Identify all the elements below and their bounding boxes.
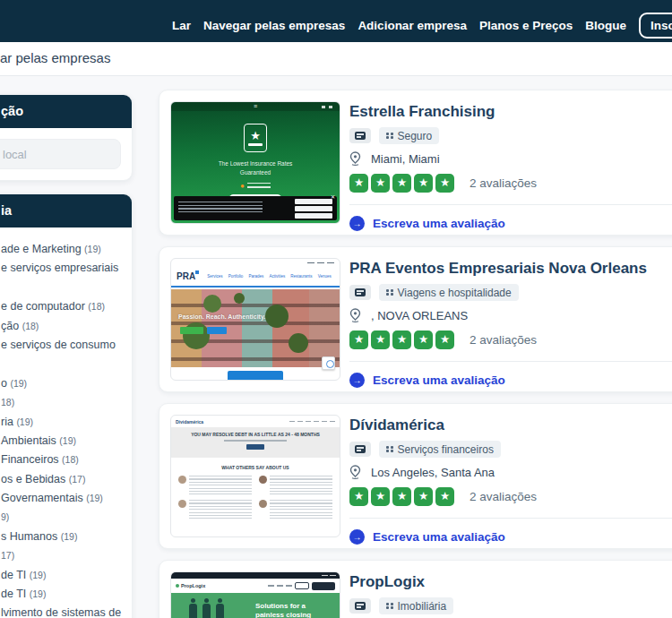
cookie-banner: ✕ — [174, 196, 337, 220]
location-pin-icon — [349, 465, 361, 479]
category-item-label: Financeiros — [1, 453, 62, 466]
signup-button[interactable]: Inscrever-se — [639, 13, 672, 39]
location-filter-title: ção — [0, 95, 132, 128]
nav-item-4[interactable]: Blogue — [585, 19, 626, 32]
category-item[interactable]: os e Bebidas (17) — [0, 468, 132, 487]
category-item[interactable]: Governamentais (19) — [0, 487, 132, 506]
listing-thumbnail[interactable]: ≡ ★ The Lowest Insurance Rates Guarantee… — [170, 101, 340, 224]
avatar — [178, 476, 186, 484]
write-review-link[interactable]: → Escreva uma avaliação — [349, 529, 672, 545]
listing-location: Los Angeles, Santa Ana — [349, 465, 672, 479]
category-item-count: (19) — [61, 531, 78, 542]
category-item[interactable]: de TI (19) — [0, 583, 132, 602]
star-rating: ★★★★★ 2 avaliações — [349, 487, 672, 506]
listing-thumbnail[interactable]: PRA ServicesPortfolioParadesActivitiesRe… — [170, 258, 340, 381]
category-item-count: (19) — [86, 493, 103, 503]
thumb-photo: Passion. Reach. Authenticity. — [171, 289, 340, 367]
nav-item-1[interactable]: Navegar pelas empresas — [203, 19, 345, 32]
top-nav: LarNavegar pelas empresasAdicionar empre… — [0, 0, 672, 42]
thumb-cta-button — [228, 371, 283, 381]
category-item-count: 17) — [1, 550, 14, 561]
category-chip[interactable]: Serviços financeiros — [379, 441, 501, 458]
category-item[interactable]: e serviços de consumo — [0, 334, 132, 353]
close-icon: ✕ — [331, 194, 335, 200]
location-pin-icon — [349, 308, 361, 322]
listing-card[interactable]: PropLogix Solutions for a painless closi… — [159, 560, 672, 618]
avatar — [178, 500, 186, 508]
listing-location: Miami, Miami — [349, 151, 672, 166]
category-item[interactable]: o (19) — [0, 373, 132, 391]
category-item-label: lvimento de sistemas de — [1, 606, 121, 618]
category-filter-card: ia ade e Marketing (19)e serviços empres… — [0, 193, 133, 618]
arrow-icon: → — [349, 373, 365, 388]
category-chip[interactable]: Viagens e hospitalidade — [379, 284, 519, 301]
top-nav-items: LarNavegar pelas empresasAdicionar empre… — [172, 19, 626, 32]
avatar — [259, 500, 267, 508]
pra-logo: PRA — [177, 271, 195, 281]
listing-card[interactable]: PRA ServicesPortfolioParadesActivitiesRe… — [159, 246, 672, 392]
nav-item-0[interactable]: Lar — [172, 19, 191, 32]
category-item[interactable]: Financeiros (18) — [0, 449, 132, 468]
category-item-label: o — [1, 377, 10, 390]
listing-card[interactable]: Dívidamérica YOU MAY RESOLVE DEBT IN AS … — [159, 403, 672, 549]
business-card-icon — [349, 442, 371, 457]
category-item-label: e serviços de consumo — [1, 339, 116, 351]
listing-title[interactable]: PropLogix — [349, 573, 672, 591]
nav-item-3[interactable]: Planos e Preços — [479, 19, 573, 32]
category-chip[interactable]: Seguro — [379, 127, 439, 144]
review-count: 2 avaliações — [470, 176, 537, 190]
listing-title[interactable]: Dívidamérica — [349, 416, 672, 434]
listing-title[interactable]: Estrella Franchising — [349, 103, 672, 121]
listing-location: , NOVA ORLEANS — [349, 308, 672, 322]
category-item[interactable]: s Humanos (19) — [0, 526, 132, 545]
estrella-logo: ★ — [244, 124, 267, 152]
location-filter-card: ção — [0, 94, 133, 181]
pra-nav-link: Portfolio — [228, 274, 244, 279]
arrow-icon: → — [349, 529, 365, 545]
write-review-link[interactable]: → Escreva uma avaliação — [349, 216, 672, 231]
listing-card[interactable]: ≡ ★ The Lowest Insurance Rates Guarantee… — [159, 90, 672, 236]
review-count: 2 avaliações — [470, 490, 537, 503]
category-item[interactable]: ria (19) — [0, 411, 132, 430]
category-item[interactable]: lvimento de sistemas de — [0, 602, 132, 618]
category-item[interactable]: ade e Marketing (19) — [0, 238, 132, 257]
listing-thumbnail[interactable]: Dívidamérica YOU MAY RESOLVE DEBT IN AS … — [170, 415, 340, 537]
listing-thumbnail[interactable]: PropLogix Solutions for a painless closi… — [170, 571, 340, 618]
page-title: ar pelas empresas — [0, 50, 110, 65]
grid-icon — [386, 603, 393, 610]
category-item-count: (17) — [69, 474, 86, 485]
nav-item-2[interactable]: Adicionar empresa — [358, 19, 467, 32]
location-pin-icon — [349, 151, 361, 166]
category-item — [0, 353, 132, 372]
thumb-tagline: The Lowest Insurance Rates Guaranteed — [171, 159, 340, 177]
category-item-label: ção — [1, 320, 22, 332]
category-item[interactable]: ção (18) — [0, 315, 132, 334]
category-item[interactable]: e serviços empresariais — [0, 257, 132, 276]
category-item[interactable]: 17) — [0, 545, 132, 563]
category-item-count: (18) — [62, 454, 79, 465]
category-item[interactable]: de TI (19) — [0, 564, 132, 583]
review-count: 2 avaliações — [470, 333, 537, 347]
category-item[interactable]: 9) — [0, 506, 132, 525]
content-area: ção ia ade e Marketing (19)e serviços em… — [0, 76, 672, 618]
pra-nav-link: Parades — [248, 274, 263, 279]
listing-title[interactable]: PRA Eventos Empresariais Nova Orleans — [349, 260, 672, 278]
category-item[interactable]: Ambientais (19) — [0, 430, 132, 449]
category-item-count: (19) — [10, 378, 27, 389]
avatar — [259, 476, 267, 484]
pin-icon: ● — [240, 183, 245, 190]
pra-thumb-nav: ServicesPortfolioParadesActivitiesRestau… — [204, 274, 334, 279]
category-item-label: Ambientais — [1, 434, 59, 447]
category-chip[interactable]: Imobiliária — [379, 597, 453, 614]
location-search-input[interactable] — [0, 139, 121, 169]
category-list: ade e Marketing (19)e serviços empresari… — [0, 227, 132, 618]
star-rating: ★★★★★ 2 avaliações — [349, 330, 672, 349]
write-review-link[interactable]: → Escreva uma avaliação — [349, 373, 672, 388]
category-item-label: e serviços empresariais — [1, 262, 118, 274]
category-item-label: de TI — [1, 569, 30, 581]
category-item[interactable]: 18) — [0, 391, 132, 410]
filters-sidebar: ção ia ade e Marketing (19)e serviços em… — [0, 94, 133, 618]
star-rating: ★★★★★ 2 avaliações — [349, 174, 672, 193]
category-item[interactable]: e de computador (18) — [0, 296, 132, 314]
category-item-count: (19) — [30, 588, 47, 599]
